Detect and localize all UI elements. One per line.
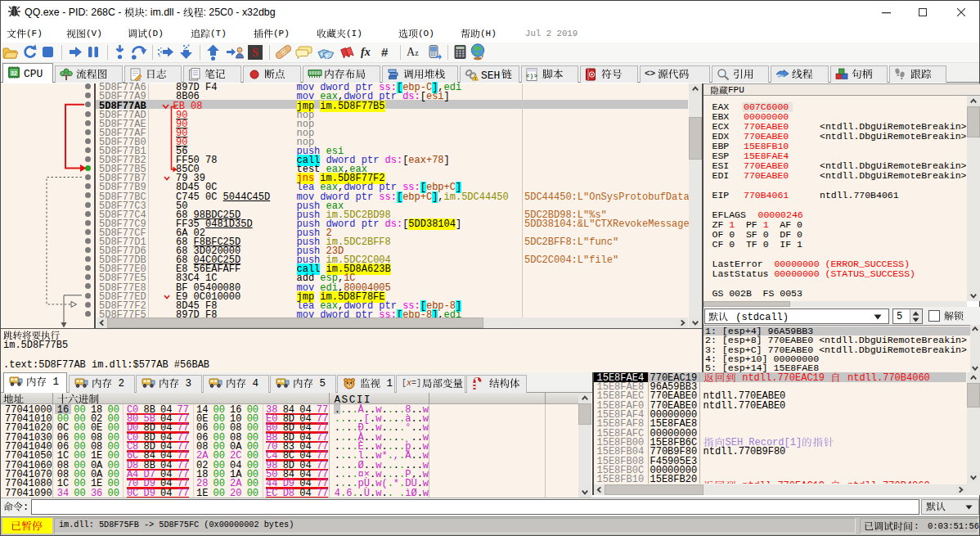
svg-text:S: S [252,47,258,59]
svg-text:!: ! [474,76,476,81]
svg-text:32: 32 [11,70,17,76]
svg-text:<)>: <)> [526,72,537,79]
